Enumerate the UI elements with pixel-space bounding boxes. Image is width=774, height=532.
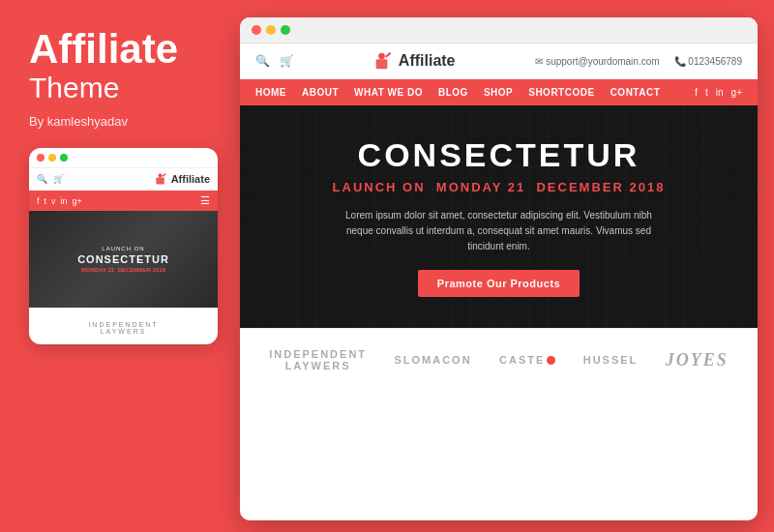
brand-independent: INDEPENDENTLAYWERS [269,348,367,371]
mobile-social-icons: f t v in g+ [37,196,82,206]
desktop-dot-yellow [266,25,276,35]
desktop-header: 🔍 🛒 Affiliate ✉ support@yourdomain.com 📞… [240,44,758,79]
desktop-header-left: 🔍 🛒 [255,54,294,68]
desktop-mockup: 🔍 🛒 Affiliate ✉ support@yourdomain.com 📞… [240,17,758,520]
twitter-icon: t [45,196,47,206]
dot-red [37,154,45,162]
phone-number: 📞 0123456789 [674,56,742,67]
casted-text: CASTE [499,354,545,366]
mobile-hero: LAUNCH ON CONSECTETUR MONDAY 21 DECEMBER… [29,211,218,308]
svg-line-2 [163,173,165,176]
svg-rect-3 [376,59,388,69]
mobile-hero-title: CONSECTETUR [77,253,169,265]
mobile-mockup: 🔍 🛒 Affiliate f t v in g+ ☰ [29,148,218,344]
brands-bar: INDEPENDENTLAYWERS SLOMACON CASTE HUSSEL… [240,328,758,391]
hero-subtitle-prefix: LAUNCH ON [333,180,426,194]
mobile-hero-launch: MONDAY 21 DECEMBER 2018 [77,267,169,273]
nav-g-icon[interactable]: g+ [731,87,742,98]
desktop-nav-social: f t in g+ [695,87,742,98]
hero-description: Lorem ipsum dolor sit amet, consectetur … [343,208,653,254]
hamburger-icon[interactable]: ☰ [200,194,210,207]
nav-tw-icon[interactable]: t [705,87,708,98]
mobile-header: 🔍 🛒 Affiliate [29,167,218,191]
mobile-logo: Affiliate [155,172,210,186]
nav-what-we-do[interactable]: WHAT WE DO [354,79,423,105]
mobile-footer-text: INDEPENDENTLAYWERS [29,308,218,344]
mobile-date: DECEMBER 2018 [118,267,165,273]
brand-casted: CASTE [499,354,555,366]
mobile-nav-bar: f t v in g+ ☰ [29,191,218,211]
gplus-icon: g+ [73,196,82,206]
svg-point-4 [378,53,385,60]
promote-button[interactable]: Pramote Our Products [418,270,580,297]
desktop-logo-text: Affiliate [399,52,456,70]
nav-contact[interactable]: CONTACT [610,79,661,105]
brand-hussel: HUSSEL [583,354,639,366]
desktop-cart-icon[interactable]: 🛒 [280,54,294,68]
mobile-cart-icon: 🛒 [53,174,64,184]
mobile-logo-text: Affiliate [171,173,210,185]
brand-author: By kamleshyadav [29,114,203,129]
mobile-logo-icon [155,172,168,186]
desktop-nav: HOME ABOUT WHAT WE DO BLOG SHOP SHORTCOD… [240,79,758,105]
brand-slomacon: SLOMACON [394,354,471,366]
desktop-header-right: ✉ support@yourdomain.com 📞 0123456789 [535,56,742,67]
svg-rect-0 [156,178,164,185]
dot-yellow [48,154,56,162]
mobile-hero-small: LAUNCH ON [77,246,169,251]
mobile-hero-content: LAUNCH ON CONSECTETUR MONDAY 21 DECEMBER… [77,246,169,273]
instagram-icon: in [61,196,68,206]
hero-content: CONSECTETUR LAUNCH ON MONDAY 21 DECEMBER… [313,117,685,316]
brand-subtitle: Theme [29,72,203,104]
desktop-search-icon[interactable]: 🔍 [255,54,270,68]
svg-point-1 [158,173,162,177]
desktop-dot-red [252,25,261,35]
desktop-logo-svg [374,51,394,71]
hero-main-title: CONSECTETUR [333,136,666,174]
support-email: ✉ support@yourdomain.com [535,56,659,67]
nav-shop[interactable]: SHOP [484,79,513,105]
nav-about[interactable]: ABOUT [302,79,339,105]
nav-blog[interactable]: BLOG [438,79,468,105]
mobile-search-icon: 🔍 [37,174,47,184]
desktop-hero: CONSECTETUR LAUNCH ON MONDAY 21 DECEMBER… [240,105,758,328]
hero-subtitle-suffix: DECEMBER 2018 [536,180,665,194]
brand-joyes: Joyes [666,350,729,370]
nav-in-icon[interactable]: in [716,87,724,98]
svg-line-5 [386,53,391,57]
desktop-logo: Affiliate [374,51,456,71]
nav-fb-icon[interactable]: f [695,87,698,98]
vimeo-icon: v [51,196,56,206]
left-panel: Affiliate Theme By kamleshyadav 🔍 🛒 Affi… [0,0,232,532]
casted-dot-icon [547,356,555,365]
mobile-search-cart-icons: 🔍 🛒 [37,174,64,184]
facebook-icon: f [37,196,40,206]
desktop-nav-links: HOME ABOUT WHAT WE DO BLOG SHOP SHORTCOD… [255,79,660,105]
mobile-highlight: MONDAY 21 [81,267,114,273]
brand-title: Affiliate [29,29,203,70]
nav-home[interactable]: HOME [255,79,286,105]
desktop-top-bar [240,17,758,44]
desktop-dot-green [281,25,290,35]
hero-highlight: MONDAY 21 [436,180,525,194]
hero-subtitle: LAUNCH ON MONDAY 21 DECEMBER 2018 [333,180,666,194]
dot-green [60,154,68,162]
nav-shortcode[interactable]: SHORTCODE [528,79,594,105]
mobile-top-bar [29,148,218,167]
